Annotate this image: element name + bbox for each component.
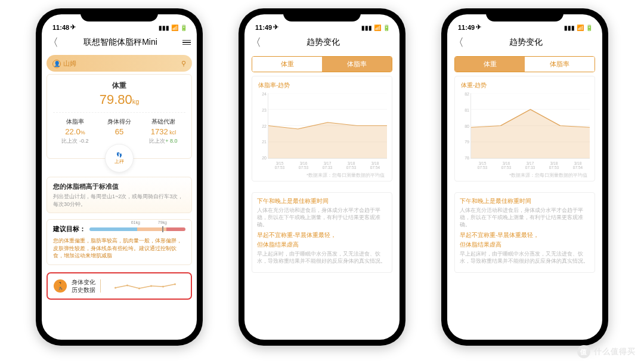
feet-icon: 👣 <box>116 152 122 158</box>
sparkline <box>100 279 185 293</box>
goal-desc: 您的体重偏重，脂肪率较高，肌肉量一般，体形偏胖，皮肤弹性较差，身体线条有些松垮。… <box>53 237 185 260</box>
page-title: 趋势变化 <box>464 37 588 48</box>
page-title: 联想智能体脂秤Mini <box>58 37 182 48</box>
weight-label: 体重 <box>53 81 185 91</box>
location-icon: ✈︎ <box>273 23 278 31</box>
weigh-button[interactable]: 👣 上秤 <box>105 144 134 173</box>
page-header: 〈 趋势变化 <box>447 32 602 53</box>
history-card[interactable]: 🚶 身体变化 历史数据 <box>47 272 192 300</box>
back-icon[interactable]: 〈 <box>250 35 261 50</box>
svg-point-1 <box>126 284 128 286</box>
y-axis: 2423222120 <box>256 92 267 160</box>
svg-point-5 <box>174 283 176 285</box>
watermark-icon: 值 <box>577 345 590 358</box>
chart-title: 体脂率-趋势 <box>258 81 386 90</box>
trend-card-weight: 体重-趋势 8281807978 3/1507:533/1607:533/170… <box>454 76 595 182</box>
search-icon[interactable]: ⚲ <box>181 60 186 67</box>
location-icon: ✈︎ <box>476 23 481 31</box>
tab-fat[interactable]: 体脂率 <box>322 57 392 72</box>
svg-point-2 <box>138 287 140 289</box>
svg-point-3 <box>150 285 152 287</box>
plot-area <box>470 93 590 159</box>
status-right: ▮▮▮ 📶 🔋 <box>159 24 187 31</box>
status-time: 11:48 <box>52 24 69 31</box>
chart-title: 体重-趋势 <box>461 81 589 90</box>
page-header: 〈 联想智能体脂秤Mini <box>42 32 197 53</box>
x-axis: 3/1507:533/1607:533/1707:333/1807:533/18… <box>268 161 387 170</box>
notch <box>283 8 361 21</box>
chart-fat: 2423222120 3/1507:533/1607:533/1707:333/… <box>256 92 388 170</box>
tip-body: 列出登山计划，每周登山1~2次，或每周骑自行车3次，每次30分钟。 <box>53 193 185 208</box>
y-axis: 8281807978 <box>459 92 469 160</box>
plot-area <box>268 93 387 159</box>
person-icon: 🚶 <box>54 279 67 293</box>
metric-fat: 体脂率 22.0% 比上次 -0.2 <box>53 118 97 145</box>
notch <box>486 8 564 21</box>
tabs: 体重 体脂率 <box>252 56 392 72</box>
screen-2: 11:49✈︎ ▮▮▮ 📶 🔋 〈 趋势变化 体重 体脂率 体脂率-趋势 242… <box>244 14 400 340</box>
advice-card: 下午和晚上是最佳称重时间 人体在充分活动和进食后，身体成分水平才会趋于平稳，所以… <box>252 192 392 273</box>
tip-title: 您的体脂稍高于标准值 <box>53 182 185 191</box>
goal-label: 建议目标： <box>53 224 86 233</box>
watermark: 值 什么值得买 <box>577 345 636 358</box>
back-icon[interactable]: 〈 <box>48 35 58 50</box>
trend-card-fat: 体脂率-趋势 2423222120 3/1507:533/1607:533/17… <box>252 76 392 182</box>
screen-3: 11:49✈︎ ▮▮▮ 📶 🔋 〈 趋势变化 体重 体脂率 体重-趋势 8281… <box>447 14 602 340</box>
phone-1: 11:48✈︎ ▮▮▮ 📶 🔋 〈 联想智能体脂秤Mini 👤山姆 ⚲ 体重 7… <box>36 8 203 346</box>
tabs: 体重 体脂率 <box>454 56 595 72</box>
weight-card: 体重 79.80kg 体脂率 22.0% 比上次 -0.2 身体得分 65 基础… <box>47 74 192 159</box>
metrics-row: 体脂率 22.0% 比上次 -0.2 身体得分 65 基础代谢 1732 kcl… <box>53 112 185 145</box>
advice-card: 下午和晚上是最佳称重时间 人体在充分活动和进食后，身体成分水平才会趋于平稳，所以… <box>454 192 595 273</box>
metric-bmr: 基础代谢 1732 kcl 比上次+ 8.0 <box>141 118 185 145</box>
svg-marker-17 <box>471 109 590 158</box>
screen-1: 11:48✈︎ ▮▮▮ 📶 🔋 〈 联想智能体脂秤Mini 👤山姆 ⚲ 体重 7… <box>42 14 197 340</box>
user-bar[interactable]: 👤山姆 ⚲ <box>47 55 192 72</box>
chart-note: *数据来源：您每日测量数据的平均值 <box>459 172 587 179</box>
tab-fat[interactable]: 体脂率 <box>525 57 595 72</box>
chart-weight: 8281807978 3/1507:533/1607:533/1707:333/… <box>459 92 591 170</box>
tab-weight[interactable]: 体重 <box>455 57 525 72</box>
page-header: 〈 趋势变化 <box>244 32 400 53</box>
location-icon: ✈︎ <box>70 23 76 31</box>
tab-weight[interactable]: 体重 <box>252 57 322 72</box>
phone-2: 11:49✈︎ ▮▮▮ 📶 🔋 〈 趋势变化 体重 体脂率 体脂率-趋势 242… <box>239 8 405 346</box>
weight-value: 79.80kg <box>53 92 185 107</box>
back-icon[interactable]: 〈 <box>453 35 464 50</box>
tip-card: 您的体脂稍高于标准值 列出登山计划，每周登山1~2次，或每周骑自行车3次，每次3… <box>47 177 192 213</box>
svg-point-4 <box>162 285 164 287</box>
avatar-icon: 👤 <box>52 60 61 68</box>
notch <box>80 8 158 21</box>
goal-card: 建议目标： 61kg 79kg 您的体重偏重，脂肪率较高，肌肉量一般，体形偏胖，… <box>47 219 192 265</box>
page-title: 趋势变化 <box>261 37 385 48</box>
user-name: 山姆 <box>63 60 76 67</box>
chart-note: *数据来源：您每日测量数据的平均值 <box>256 172 385 179</box>
x-axis: 3/1507:533/1607:533/1707:333/1807:533/18… <box>470 161 590 170</box>
phone-3: 11:49✈︎ ▮▮▮ 📶 🔋 〈 趋势变化 体重 体脂率 体重-趋势 8281… <box>441 8 608 346</box>
goal-bar: 61kg 79kg <box>89 227 185 231</box>
svg-point-0 <box>114 287 116 288</box>
metric-score: 身体得分 65 <box>97 118 141 145</box>
goal-marker <box>162 226 163 232</box>
menu-icon[interactable] <box>182 40 191 45</box>
